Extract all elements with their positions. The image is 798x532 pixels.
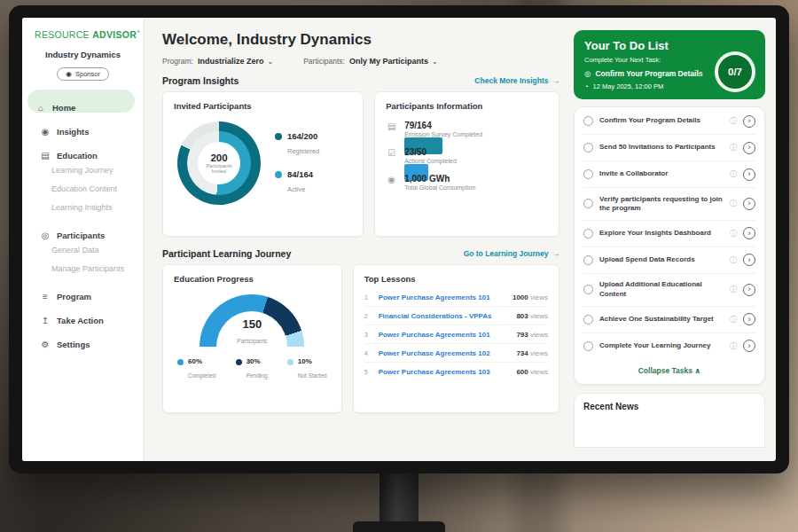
main-content: Welcome, Industry Dynamics Program: Indu… <box>145 18 570 461</box>
task-chevron-button[interactable]: › <box>743 313 755 325</box>
task-row-send-invitations[interactable]: Send 50 Invitations to Participants ⓘ › <box>583 135 755 161</box>
sidebar-item-education-content[interactable]: Education Content <box>22 180 144 198</box>
task-row-upload-educational-content[interactable]: Upload Additional Educational Content ⓘ … <box>583 274 755 307</box>
arrow-right-icon: → <box>552 249 560 258</box>
invited-participants-body: 200 Participants Invited 164/200 Registe <box>174 111 352 205</box>
legend-label: Not Started <box>298 372 327 379</box>
sidebar-item-education[interactable]: ▤ Education <box>22 137 144 160</box>
sidebar-item-label: Participants <box>57 231 105 240</box>
info-row-consumption: ◉ 1,000 GWh Total Global Consumption <box>386 174 548 191</box>
monitor-stand-neck <box>379 470 419 525</box>
filter-bar: Program: Industrialize Zero ⌄ Participan… <box>162 57 559 66</box>
lesson-link[interactable]: Power Purchase Agreements 103 <box>379 368 509 376</box>
legend-item-registered: 164/200 Registered <box>275 131 319 157</box>
task-chevron-button[interactable]: › <box>743 284 755 296</box>
lesson-link[interactable]: Power Purchase Agreements 101 <box>379 293 505 301</box>
info-label: Emission Survey Completed <box>404 131 482 137</box>
task-row-upload-spend-data[interactable]: Upload Spend Data Records ⓘ › <box>583 247 755 274</box>
legend-dot-active <box>275 171 282 178</box>
sidebar-item-learning-insights[interactable]: Learning Insights <box>22 199 144 216</box>
legend-item-completed: 60% Completed <box>177 357 215 381</box>
task-checkbox[interactable] <box>583 341 593 351</box>
take-action-icon: ↥ <box>40 316 51 325</box>
check-more-insights-label: Check More Insights <box>474 76 548 85</box>
sidebar-item-program[interactable]: ≡ Program <box>22 278 144 301</box>
sidebar-item-label: Education <box>57 151 98 160</box>
check-more-insights-link[interactable]: Check More Insights → <box>474 76 559 85</box>
sidebar-item-settings[interactable]: ⚙ Settings <box>22 326 144 349</box>
legend-item-not-started: 10% Not Started <box>287 357 327 381</box>
settings-gear-icon: ⚙ <box>40 340 51 349</box>
monitor-bezel: RESOURCE ADVISOR+ Industry Dynamics ◉ Sp… <box>9 5 789 473</box>
task-row-confirm-program[interactable]: Confirm Your Program Details ⓘ › <box>583 108 755 135</box>
sidebar: RESOURCE ADVISOR+ Industry Dynamics ◉ Sp… <box>22 18 145 461</box>
learning-journey-header: Participant Learning Journey Go to Learn… <box>162 248 559 259</box>
legend-label: Registered <box>287 147 319 155</box>
sponsor-icon: ◉ <box>66 70 72 78</box>
info-icon: ⓘ <box>730 255 737 265</box>
program-select-value: Industrialize Zero <box>198 57 264 66</box>
task-label: Invite a Collaborator <box>599 169 724 178</box>
sponsor-badge-wrap: ◉ Sponsor <box>22 64 144 81</box>
lesson-views: 734 views <box>516 349 548 357</box>
recent-news-title: Recent News <box>583 402 755 411</box>
sidebar-item-label: Take Action <box>57 316 104 325</box>
info-value: 1,000 GWh <box>404 174 475 184</box>
todo-panel: Your To Do List Complete Your Next Task:… <box>570 18 776 461</box>
invited-participants-card: Invited Participants 200 Participants In… <box>162 91 364 237</box>
legend-dot-not-started <box>287 359 293 365</box>
task-checkbox[interactable] <box>583 116 593 126</box>
task-checkbox[interactable] <box>583 229 593 239</box>
task-row-explore-insights[interactable]: Explore Your Insights Dashboard ⓘ › <box>583 221 755 247</box>
sidebar-item-label: Insights <box>57 127 89 137</box>
donut-center: 200 Participants Invited <box>198 142 240 184</box>
go-to-learning-journey-label: Go to Learning Journey <box>464 249 549 258</box>
lesson-link[interactable]: Power Purchase Agreements 101 <box>379 331 509 339</box>
sidebar-item-take-action[interactable]: ↥ Take Action <box>22 302 144 325</box>
task-row-complete-learning-journey[interactable]: Complete Your Learning Journey ⓘ › <box>583 333 755 359</box>
task-label: Send 50 Invitations to Participants <box>599 143 724 152</box>
lesson-link[interactable]: Power Purchase Agreements 102 <box>379 349 509 357</box>
participants-select[interactable]: Only My Participants ⌄ <box>349 57 438 66</box>
invited-participants-donut-chart: 200 Participants Invited <box>177 121 261 205</box>
task-chevron-button[interactable]: › <box>743 254 755 266</box>
todo-task-list-card: Confirm Your Program Details ⓘ › Send 50… <box>574 106 765 385</box>
lesson-link[interactable]: Financial Considerations - VPPAs <box>379 312 509 320</box>
sidebar-item-learning-journey[interactable]: Learning Journey <box>22 161 144 179</box>
program-insights-cards: Invited Participants 200 Participants In… <box>162 91 559 237</box>
sidebar-item-general-data[interactable]: General Data <box>22 241 144 259</box>
task-checkbox[interactable] <box>583 315 593 325</box>
collapse-tasks-link[interactable]: Collapse Tasks ∧ <box>583 359 755 383</box>
task-row-invite-collaborator[interactable]: Invite a Collaborator ⓘ › <box>583 161 755 188</box>
lesson-views: 793 views <box>516 331 548 339</box>
task-chevron-button[interactable]: › <box>743 198 755 210</box>
sidebar-item-label: Learning Insights <box>51 203 113 212</box>
target-icon: ◎ <box>584 69 591 78</box>
lesson-views: 803 views <box>516 312 548 320</box>
legend-label: Pending <box>246 372 268 379</box>
task-checkbox[interactable] <box>583 255 593 265</box>
task-checkbox[interactable] <box>583 143 593 153</box>
task-checkbox[interactable] <box>583 169 593 179</box>
task-chevron-button[interactable]: › <box>743 168 755 181</box>
task-row-verify-participants[interactable]: Verify participants requesting to join t… <box>583 188 755 221</box>
task-chevron-button[interactable]: › <box>743 227 755 239</box>
task-chevron-button[interactable]: › <box>743 115 755 128</box>
sponsor-badge[interactable]: ◉ Sponsor <box>57 67 109 81</box>
task-row-achieve-sustainability-target[interactable]: Achieve One Sustainability Target ⓘ › <box>583 307 755 333</box>
sidebar-item-participants[interactable]: ◎ Participants <box>22 217 144 240</box>
sidebar-item-insights[interactable]: ◉ Insights <box>22 113 144 137</box>
task-checkbox[interactable] <box>583 285 593 294</box>
todo-title: Your To Do List <box>584 39 755 52</box>
info-icon: ⓘ <box>730 199 737 208</box>
top-lessons-list: 1 Power Purchase Agreements 101 1000 vie… <box>364 288 548 380</box>
program-select[interactable]: Industrialize Zero ⌄ <box>198 57 273 66</box>
legend-value: 30% <box>246 357 268 365</box>
task-checkbox[interactable] <box>583 199 593 208</box>
legend-item-active: 84/164 Active <box>275 169 319 195</box>
sidebar-item-manage-participants[interactable]: Manage Participants <box>22 260 144 278</box>
task-chevron-button[interactable]: › <box>743 340 755 352</box>
task-chevron-button[interactable]: › <box>743 142 755 154</box>
go-to-learning-journey-link[interactable]: Go to Learning Journey → <box>464 249 559 258</box>
sidebar-item-home[interactable]: ⌂ Home <box>27 90 135 113</box>
